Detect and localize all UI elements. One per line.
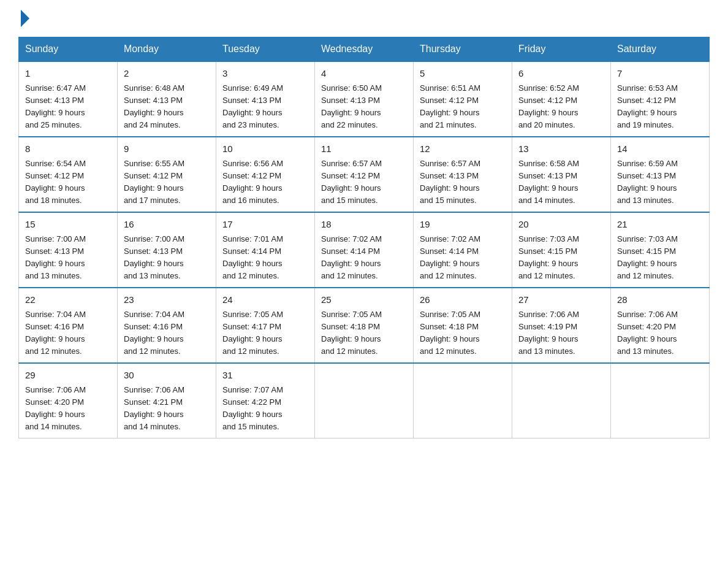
- day-info: Sunrise: 6:50 AMSunset: 4:13 PMDaylight:…: [321, 82, 407, 132]
- calendar-cell: 24Sunrise: 7:05 AMSunset: 4:17 PMDayligh…: [216, 288, 315, 363]
- day-info: Sunrise: 7:02 AMSunset: 4:14 PMDaylight:…: [420, 233, 506, 283]
- day-number: 4: [321, 67, 407, 81]
- day-info: Sunrise: 7:04 AMSunset: 4:16 PMDaylight:…: [25, 308, 111, 358]
- day-info: Sunrise: 7:03 AMSunset: 4:15 PMDaylight:…: [518, 233, 604, 283]
- day-number: 20: [518, 218, 604, 232]
- calendar-cell: 29Sunrise: 7:06 AMSunset: 4:20 PMDayligh…: [19, 363, 118, 439]
- calendar-cell: 9Sunrise: 6:55 AMSunset: 4:12 PMDaylight…: [118, 137, 216, 212]
- day-info: Sunrise: 6:55 AMSunset: 4:12 PMDaylight:…: [124, 158, 210, 207]
- calendar-cell: 30Sunrise: 7:06 AMSunset: 4:21 PMDayligh…: [118, 363, 216, 439]
- day-number: 15: [25, 218, 111, 232]
- day-number: 21: [617, 218, 703, 232]
- day-number: 9: [124, 142, 210, 156]
- calendar-cell: 13Sunrise: 6:58 AMSunset: 4:13 PMDayligh…: [512, 137, 611, 212]
- calendar-cell: 19Sunrise: 7:02 AMSunset: 4:14 PMDayligh…: [414, 212, 512, 288]
- calendar-cell: 31Sunrise: 7:07 AMSunset: 4:22 PMDayligh…: [216, 363, 315, 439]
- calendar-cell: 7Sunrise: 6:53 AMSunset: 4:12 PMDaylight…: [611, 61, 710, 137]
- day-info: Sunrise: 6:48 AMSunset: 4:13 PMDaylight:…: [124, 82, 210, 132]
- calendar-cell: 14Sunrise: 6:59 AMSunset: 4:13 PMDayligh…: [611, 137, 710, 212]
- day-info: Sunrise: 7:06 AMSunset: 4:21 PMDaylight:…: [124, 384, 210, 434]
- calendar-cell: 28Sunrise: 7:06 AMSunset: 4:20 PMDayligh…: [611, 288, 710, 363]
- day-number: 27: [518, 293, 604, 307]
- day-number: 22: [25, 293, 111, 307]
- day-number: 26: [420, 293, 506, 307]
- calendar-cell: 10Sunrise: 6:56 AMSunset: 4:12 PMDayligh…: [216, 137, 315, 212]
- day-number: 25: [321, 293, 407, 307]
- calendar-cell: 16Sunrise: 7:00 AMSunset: 4:13 PMDayligh…: [118, 212, 216, 288]
- calendar-cell: [611, 363, 710, 439]
- column-header-wednesday: Wednesday: [315, 37, 414, 62]
- calendar-cell: 2Sunrise: 6:48 AMSunset: 4:13 PMDaylight…: [118, 61, 216, 137]
- calendar-cell: 17Sunrise: 7:01 AMSunset: 4:14 PMDayligh…: [216, 212, 315, 288]
- calendar-cell: [414, 363, 512, 439]
- calendar-header-row: SundayMondayTuesdayWednesdayThursdayFrid…: [19, 37, 710, 62]
- day-number: 13: [518, 142, 604, 156]
- day-number: 19: [420, 218, 506, 232]
- column-header-friday: Friday: [512, 37, 611, 62]
- calendar-cell: 21Sunrise: 7:03 AMSunset: 4:15 PMDayligh…: [611, 212, 710, 288]
- calendar-week-row: 15Sunrise: 7:00 AMSunset: 4:13 PMDayligh…: [19, 212, 710, 288]
- calendar-cell: 27Sunrise: 7:06 AMSunset: 4:19 PMDayligh…: [512, 288, 611, 363]
- calendar-cell: 5Sunrise: 6:51 AMSunset: 4:12 PMDaylight…: [414, 61, 512, 137]
- day-info: Sunrise: 7:00 AMSunset: 4:13 PMDaylight:…: [124, 233, 210, 283]
- day-info: Sunrise: 6:52 AMSunset: 4:12 PMDaylight:…: [518, 82, 604, 132]
- day-number: 17: [222, 218, 308, 232]
- day-number: 23: [124, 293, 210, 307]
- calendar-cell: 4Sunrise: 6:50 AMSunset: 4:13 PMDaylight…: [315, 61, 414, 137]
- column-header-thursday: Thursday: [414, 37, 512, 62]
- calendar-week-row: 1Sunrise: 6:47 AMSunset: 4:13 PMDaylight…: [19, 61, 710, 137]
- calendar-cell: 26Sunrise: 7:05 AMSunset: 4:18 PMDayligh…: [414, 288, 512, 363]
- day-info: Sunrise: 7:06 AMSunset: 4:20 PMDaylight:…: [617, 308, 703, 358]
- logo-triangle-icon: [21, 10, 29, 27]
- day-info: Sunrise: 7:01 AMSunset: 4:14 PMDaylight:…: [222, 233, 308, 283]
- day-number: 28: [617, 293, 703, 307]
- day-number: 29: [25, 369, 111, 383]
- day-info: Sunrise: 7:07 AMSunset: 4:22 PMDaylight:…: [222, 384, 308, 434]
- calendar-cell: 15Sunrise: 7:00 AMSunset: 4:13 PMDayligh…: [19, 212, 118, 288]
- day-number: 10: [222, 142, 308, 156]
- day-info: Sunrise: 6:59 AMSunset: 4:13 PMDaylight:…: [617, 158, 703, 207]
- day-info: Sunrise: 7:06 AMSunset: 4:19 PMDaylight:…: [518, 308, 604, 358]
- day-number: 1: [25, 67, 111, 81]
- day-number: 3: [222, 67, 308, 81]
- day-number: 30: [124, 369, 210, 383]
- calendar-cell: 1Sunrise: 6:47 AMSunset: 4:13 PMDaylight…: [19, 61, 118, 137]
- calendar-cell: 18Sunrise: 7:02 AMSunset: 4:14 PMDayligh…: [315, 212, 414, 288]
- day-info: Sunrise: 6:49 AMSunset: 4:13 PMDaylight:…: [222, 82, 308, 132]
- calendar-cell: 23Sunrise: 7:04 AMSunset: 4:16 PMDayligh…: [118, 288, 216, 363]
- day-number: 16: [124, 218, 210, 232]
- calendar-week-row: 22Sunrise: 7:04 AMSunset: 4:16 PMDayligh…: [19, 288, 710, 363]
- day-info: Sunrise: 7:05 AMSunset: 4:17 PMDaylight:…: [222, 308, 308, 358]
- day-info: Sunrise: 7:00 AMSunset: 4:13 PMDaylight:…: [25, 233, 111, 283]
- calendar-cell: 25Sunrise: 7:05 AMSunset: 4:18 PMDayligh…: [315, 288, 414, 363]
- day-info: Sunrise: 6:53 AMSunset: 4:12 PMDaylight:…: [617, 82, 703, 132]
- day-number: 14: [617, 142, 703, 156]
- day-number: 8: [25, 142, 111, 156]
- day-number: 24: [222, 293, 308, 307]
- page-header: [18, 12, 710, 25]
- day-info: Sunrise: 7:05 AMSunset: 4:18 PMDaylight:…: [420, 308, 506, 358]
- day-info: Sunrise: 6:57 AMSunset: 4:13 PMDaylight:…: [420, 158, 506, 207]
- calendar-cell: 22Sunrise: 7:04 AMSunset: 4:16 PMDayligh…: [19, 288, 118, 363]
- day-number: 18: [321, 218, 407, 232]
- calendar-cell: [315, 363, 414, 439]
- column-header-sunday: Sunday: [19, 37, 118, 62]
- calendar-week-row: 29Sunrise: 7:06 AMSunset: 4:20 PMDayligh…: [19, 363, 710, 439]
- column-header-monday: Monday: [118, 37, 216, 62]
- day-info: Sunrise: 6:57 AMSunset: 4:12 PMDaylight:…: [321, 158, 407, 207]
- day-info: Sunrise: 6:58 AMSunset: 4:13 PMDaylight:…: [518, 158, 604, 207]
- day-number: 12: [420, 142, 506, 156]
- day-info: Sunrise: 7:05 AMSunset: 4:18 PMDaylight:…: [321, 308, 407, 358]
- day-info: Sunrise: 7:02 AMSunset: 4:14 PMDaylight:…: [321, 233, 407, 283]
- calendar-cell: 11Sunrise: 6:57 AMSunset: 4:12 PMDayligh…: [315, 137, 414, 212]
- day-number: 2: [124, 67, 210, 81]
- column-header-saturday: Saturday: [611, 37, 710, 62]
- day-number: 5: [420, 67, 506, 81]
- day-info: Sunrise: 6:56 AMSunset: 4:12 PMDaylight:…: [222, 158, 308, 207]
- calendar-cell: 12Sunrise: 6:57 AMSunset: 4:13 PMDayligh…: [414, 137, 512, 212]
- day-info: Sunrise: 6:47 AMSunset: 4:13 PMDaylight:…: [25, 82, 111, 132]
- day-number: 31: [222, 369, 308, 383]
- day-number: 11: [321, 142, 407, 156]
- day-number: 6: [518, 67, 604, 81]
- day-number: 7: [617, 67, 703, 81]
